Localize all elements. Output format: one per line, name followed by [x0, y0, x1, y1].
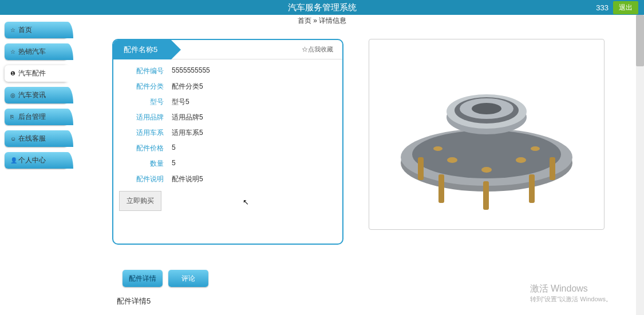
card-title-text: 配件名称5 [124, 45, 157, 55]
favorite-button[interactable]: ☆点我收藏 [302, 45, 342, 54]
sidebar-item-label: 热销汽车 [18, 47, 46, 57]
sidebar-item-label: 首页 [18, 25, 32, 35]
detail-row-brand: 适用品牌 适用品牌5 [127, 113, 329, 122]
user-name[interactable]: 333 [596, 3, 609, 12]
svg-rect-8 [438, 174, 444, 203]
detail-row-qty: 数量 5 [127, 159, 329, 169]
sidebar-item-admin[interactable]: ⎘ 后台管理 [5, 109, 68, 125]
card-title: 配件名称5 [113, 40, 171, 59]
sidebar-item-label: 汽车资讯 [18, 90, 46, 100]
svg-rect-9 [483, 181, 489, 210]
top-bar: 汽车服务管理系统 333 退出 [0, 0, 644, 15]
support-icon: ☺ [10, 135, 16, 142]
tab-comment[interactable]: 评论 [168, 270, 208, 287]
svg-point-15 [481, 167, 492, 173]
detail-row-price: 配件价格 5 [127, 143, 329, 153]
scrollbar[interactable] [636, 15, 644, 315]
detail-row-series: 适用车系 适用车系5 [127, 128, 329, 138]
sidebar: ☆ 首页 ☆ 热销汽车 ❶ 汽车配件 ◎ 汽车资讯 ⎘ 后台管理 ☺ 在线客服 … [0, 15, 72, 315]
buy-now-button[interactable]: 立即购买 [119, 191, 161, 211]
detail-row-model: 型号 型号5 [127, 97, 329, 107]
watermark-line1: 激活 Windows [530, 283, 613, 295]
detail-value: 配件分类5 [172, 82, 203, 91]
sidebar-item-label: 后台管理 [18, 112, 46, 122]
product-image [369, 39, 605, 230]
app-title: 汽车服务管理系统 [288, 2, 357, 13]
detail-value: 5555555555 [172, 66, 210, 76]
detail-row-desc: 配件说明 配件说明5 [127, 174, 329, 184]
tab-detail[interactable]: 配件详情 [123, 270, 163, 287]
sidebar-item-support[interactable]: ☺ 在线客服 [5, 130, 68, 147]
home-icon: ☆ [10, 27, 15, 33]
detail-value: 适用品牌5 [172, 113, 203, 122]
windows-watermark: 激活 Windows 转到"设置"以激活 Windows。 [530, 283, 613, 304]
sidebar-item-home[interactable]: ☆ 首页 [5, 22, 68, 38]
svg-rect-10 [529, 174, 535, 203]
logout-button[interactable]: 退出 [613, 1, 638, 14]
sidebar-item-label: 个人中心 [18, 155, 46, 165]
watermark-line2: 转到"设置"以激活 Windows。 [530, 295, 613, 304]
detail-value: 5 [172, 143, 176, 153]
parts-icon: ❶ [10, 70, 15, 77]
info-card: 配件名称5 ☆点我收藏 配件编号 5555555555 配件分类 配件分类5 型… [112, 39, 343, 245]
detail-table: 配件编号 5555555555 配件分类 配件分类5 型号 型号5 适用品牌 适… [113, 59, 342, 184]
sidebar-item-hotcars[interactable]: ☆ 热销汽车 [5, 43, 68, 60]
detail-label: 型号 [127, 97, 172, 107]
main-content: 配件名称5 ☆点我收藏 配件编号 5555555555 配件分类 配件分类5 型… [72, 15, 644, 315]
detail-label: 配件编号 [127, 66, 172, 76]
scrollbar-thumb[interactable] [636, 15, 644, 66]
svg-rect-11 [418, 157, 424, 180]
detail-label: 配件价格 [127, 143, 172, 153]
hot-icon: ☆ [10, 49, 15, 55]
detail-row-category: 配件分类 配件分类5 [127, 82, 329, 91]
sidebar-item-news[interactable]: ◎ 汽车资讯 [5, 87, 68, 103]
detail-value: 5 [172, 159, 176, 169]
detail-label: 适用车系 [127, 128, 172, 138]
admin-icon: ⎘ [10, 114, 14, 120]
detail-value: 配件说明5 [172, 174, 203, 184]
detail-label: 配件分类 [127, 82, 172, 91]
news-icon: ◎ [10, 92, 15, 98]
svg-point-13 [447, 157, 457, 163]
detail-value: 型号5 [172, 97, 189, 107]
svg-point-16 [433, 146, 442, 151]
card-header: 配件名称5 ☆点我收藏 [113, 40, 342, 59]
detail-label: 适用品牌 [127, 113, 172, 122]
topbar-right: 333 退出 [596, 1, 638, 14]
svg-point-14 [516, 157, 526, 163]
detail-row-code: 配件编号 5555555555 [127, 66, 329, 76]
svg-rect-12 [550, 157, 555, 180]
detail-value: 适用车系5 [172, 128, 203, 138]
profile-icon: 👤 [10, 157, 17, 164]
sidebar-item-label: 汽车配件 [18, 69, 46, 78]
wheel-hub-icon [384, 49, 590, 220]
sidebar-item-label: 在线客服 [18, 134, 46, 143]
svg-point-7 [472, 103, 501, 114]
svg-point-17 [531, 146, 540, 151]
sidebar-item-parts[interactable]: ❶ 汽车配件 [5, 65, 68, 82]
sidebar-item-profile[interactable]: 👤 个人中心 [5, 152, 68, 169]
detail-label: 数量 [127, 159, 172, 169]
detail-label: 配件说明 [127, 174, 172, 184]
